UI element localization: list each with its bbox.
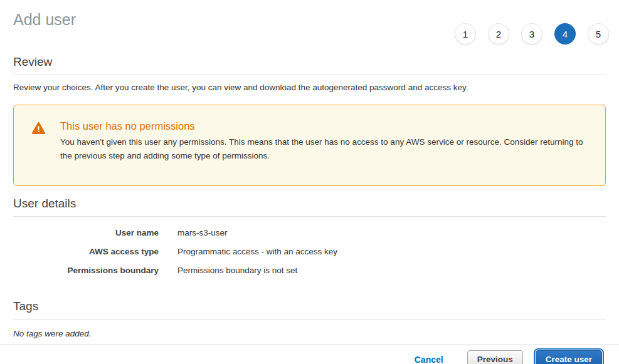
add-user-wizard-page: Add user 1 2 3 4 5 Review Review your ch…	[0, 10, 619, 364]
tags-empty-message: No tags were added.	[13, 329, 606, 338]
no-permissions-warning-box: This user has no permissions You haven't…	[13, 105, 606, 186]
user-details-table: User name mars-s3-user AWS access type P…	[13, 227, 606, 276]
step-indicator-1: 1	[455, 23, 476, 44]
permissions-boundary-label: Permissions boundary	[13, 265, 159, 276]
wizard-footer: Cancel Previous Create user	[0, 345, 619, 364]
user-name-label: User name	[13, 227, 159, 238]
warning-title: This user has no permissions	[60, 120, 588, 132]
previous-button[interactable]: Previous	[467, 350, 523, 364]
cancel-button[interactable]: Cancel	[415, 355, 443, 364]
table-row: User name mars-s3-user	[13, 227, 606, 238]
access-type-value: Programmatic access - with an access key	[177, 246, 337, 257]
user-details-section-heading: User details	[13, 197, 606, 217]
warning-body: You haven't given this user any permissi…	[60, 135, 588, 163]
step-indicator-2: 2	[488, 23, 509, 44]
review-section-heading: Review	[13, 55, 606, 75]
table-row: Permissions boundary Permissions boundar…	[13, 265, 606, 276]
access-type-label: AWS access type	[13, 246, 159, 257]
create-user-button[interactable]: Create user	[536, 350, 602, 364]
step-indicator-4: 4	[554, 23, 576, 44]
permissions-boundary-value: Permissions boundary is not set	[177, 265, 297, 276]
step-indicator-5: 5	[588, 23, 609, 44]
step-indicator-3: 3	[521, 23, 542, 44]
wizard-step-indicator: 1 2 3 4 5	[455, 23, 609, 44]
tags-section-heading: Tags	[13, 299, 606, 320]
user-name-value: mars-s3-user	[177, 227, 228, 238]
warning-text: This user has no permissions You haven't…	[60, 120, 588, 163]
table-row: AWS access type Programmatic access - wi…	[13, 246, 606, 257]
warning-triangle-icon	[32, 122, 45, 137]
review-description: Review your choices. After you create th…	[13, 82, 606, 93]
